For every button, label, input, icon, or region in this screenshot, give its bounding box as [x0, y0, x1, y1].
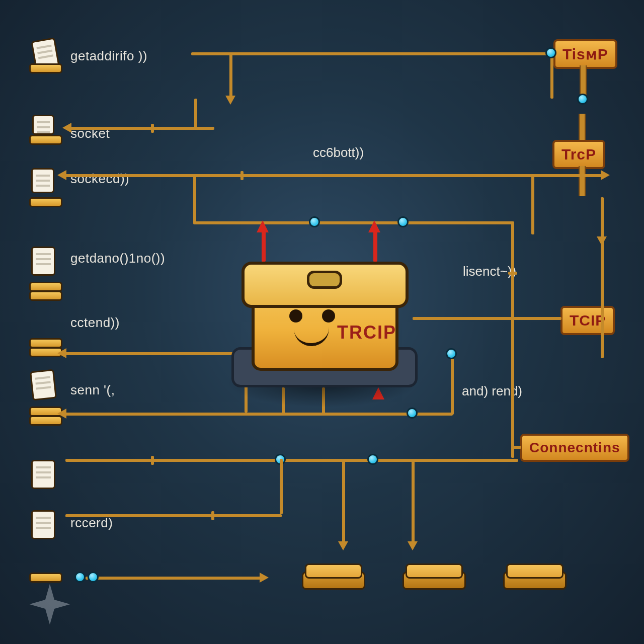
arrow-left-icon — [62, 123, 71, 133]
wire — [229, 52, 232, 99]
icon-blank-page — [29, 460, 61, 492]
wire — [280, 459, 283, 514]
arrow-right-icon — [260, 573, 269, 583]
mascot-box: TRCIP — [242, 262, 403, 392]
wire — [531, 174, 534, 234]
icon-socket2-slab — [29, 197, 61, 229]
node — [407, 408, 418, 419]
arrow-down-icon — [225, 96, 235, 105]
sign-third: TCIP — [560, 306, 615, 335]
tick — [211, 511, 214, 520]
icon-getaddrinfo — [29, 43, 61, 75]
wire — [193, 221, 513, 224]
sign-connections: Connecntins — [520, 434, 629, 462]
mascot-brand: TRCIP — [337, 322, 396, 343]
flat-box — [302, 564, 362, 589]
icon-cctend — [29, 338, 61, 370]
wire — [70, 127, 196, 130]
node — [74, 572, 86, 583]
label-getaddrinfo: getaddirifo )) — [70, 48, 147, 64]
wire — [193, 174, 196, 223]
icon-getdano-stack — [29, 282, 61, 314]
red-arrow-up-icon — [257, 220, 269, 232]
red-stem — [262, 231, 266, 262]
wire — [511, 317, 561, 320]
wire — [191, 52, 553, 55]
arrow-down-icon — [408, 541, 418, 550]
label-socket2: sockecd)) — [70, 171, 129, 187]
sign-top: TisᴍP — [553, 39, 617, 69]
wire — [342, 459, 345, 544]
sign-second: TrcP — [552, 140, 605, 169]
watermark-spark-icon — [27, 582, 72, 627]
label-senn: senn '(, — [70, 382, 115, 398]
wire — [412, 459, 415, 544]
arrow-down-icon — [597, 236, 607, 246]
node — [367, 454, 378, 465]
wire — [65, 413, 453, 416]
wire — [601, 197, 604, 358]
wire — [86, 577, 262, 580]
arrow-left-icon — [57, 170, 66, 180]
node — [446, 348, 457, 359]
wire — [65, 174, 533, 177]
node-sign-top — [577, 94, 588, 105]
tick — [151, 456, 154, 465]
wire — [511, 446, 521, 449]
sign-second-post-bot — [579, 166, 586, 196]
wire — [194, 127, 214, 130]
wire — [531, 174, 602, 177]
wire — [413, 317, 513, 320]
label-rccerd: rccerd) — [70, 515, 113, 531]
wire — [65, 514, 282, 517]
sign-top-post — [580, 65, 587, 96]
arrow-down-icon — [338, 541, 348, 550]
icon-getdano — [29, 247, 61, 279]
icon-socket2 — [29, 166, 61, 198]
label-ccbot: cc6bott)) — [313, 145, 364, 160]
arrow-left-icon — [57, 348, 66, 358]
node — [545, 47, 556, 58]
sign-second-post-top — [579, 114, 586, 140]
label-cctend: cctend)) — [70, 315, 120, 331]
node — [397, 216, 409, 227]
node — [309, 216, 320, 227]
wire — [65, 352, 247, 355]
flat-box — [503, 564, 564, 589]
tick — [240, 171, 244, 180]
wire — [194, 99, 197, 129]
wire — [550, 52, 553, 99]
icon-senn-slab — [29, 407, 61, 439]
icon-socket-disc — [29, 120, 61, 152]
red-stem — [373, 231, 377, 262]
flat-box — [403, 564, 463, 589]
wire — [511, 221, 514, 458]
icon-senn — [29, 373, 61, 406]
tick — [151, 124, 154, 133]
red-arrow-up-icon — [368, 220, 380, 232]
node — [88, 572, 99, 583]
wire — [65, 459, 518, 462]
tick — [508, 272, 517, 275]
arrow-right-icon — [601, 170, 610, 180]
label-getdano: getdano()1no()) — [70, 251, 165, 266]
arrow-left-icon — [57, 409, 66, 419]
icon-rccerd — [29, 510, 61, 542]
wire — [451, 352, 454, 415]
